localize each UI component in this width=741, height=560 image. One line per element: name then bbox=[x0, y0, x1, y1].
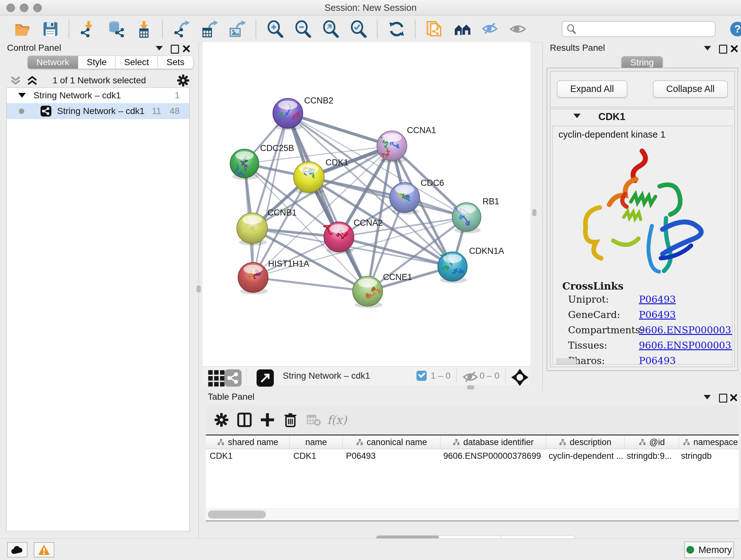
panel-menu-icon[interactable] bbox=[704, 393, 712, 401]
search-input[interactable] bbox=[580, 23, 715, 34]
horizontal-splitter-handle[interactable] bbox=[467, 385, 474, 389]
import-table-icon[interactable] bbox=[135, 20, 152, 38]
select-columns-icon[interactable] bbox=[237, 413, 252, 427]
birds-eye-view-icon[interactable] bbox=[257, 369, 269, 382]
tab-style[interactable]: Style bbox=[78, 56, 116, 69]
string-home-icon[interactable] bbox=[454, 20, 471, 38]
panel-float-icon[interactable] bbox=[719, 393, 727, 401]
collapse-all-button[interactable]: Collapse All bbox=[653, 80, 728, 98]
refresh-icon[interactable] bbox=[388, 20, 405, 38]
table-cell[interactable]: 9606.ENSP00000378699 bbox=[440, 449, 545, 463]
control-panel: Control Panel NetworkStyleSelectSets 1 o… bbox=[0, 42, 199, 538]
panel-float-icon[interactable] bbox=[171, 44, 179, 52]
crosslink-label: Compartments: bbox=[568, 324, 639, 335]
zoom-fit-icon[interactable] bbox=[322, 20, 340, 38]
node-RB1[interactable]: RB1 bbox=[452, 197, 499, 233]
panel-close-icon[interactable] bbox=[183, 44, 191, 52]
help-button[interactable]: ? bbox=[730, 22, 741, 37]
section-collapse-triangle-icon[interactable] bbox=[574, 114, 581, 118]
export-image-icon[interactable] bbox=[229, 20, 246, 38]
node-CCNE1[interactable]: CCNE1 bbox=[353, 272, 412, 308]
node-label-CCNA2: CCNA2 bbox=[354, 218, 383, 228]
gene-section-header[interactable]: CDK1 bbox=[550, 109, 734, 126]
table-settings-gear-icon[interactable] bbox=[214, 413, 229, 427]
delete-column-trash-icon[interactable] bbox=[283, 413, 298, 427]
table-cell[interactable]: CDK1 bbox=[206, 449, 289, 463]
network-canvas[interactable]: CCNB2CCNA1CDC25BCDK1CDC6RB1CCNB1CCNA2CDK… bbox=[203, 42, 530, 366]
panel-float-icon[interactable] bbox=[719, 44, 727, 52]
node-label-CCNE1: CCNE1 bbox=[383, 272, 412, 282]
fit-content-crosshair-icon[interactable] bbox=[511, 369, 525, 383]
import-network-icon[interactable] bbox=[80, 20, 97, 38]
table-cell[interactable]: stringdb:9... bbox=[623, 449, 677, 463]
results-panel: Results Panel String Expand All Collapse… bbox=[542, 42, 741, 391]
add-column-icon[interactable] bbox=[260, 413, 275, 427]
node-HIST1H1A[interactable]: HIST1H1A bbox=[238, 259, 309, 294]
show-all-eye-icon[interactable] bbox=[509, 20, 527, 38]
node-CDKN1A[interactable]: CDKN1A bbox=[438, 246, 504, 283]
panel-close-icon[interactable] bbox=[730, 393, 738, 401]
edge-HIST1H1A-CCNE1[interactable] bbox=[253, 277, 367, 291]
import-network-database-icon[interactable] bbox=[108, 20, 125, 38]
table-row[interactable]: CDK1CDK1P064939606.ENSP00000378699cyclin… bbox=[206, 449, 739, 463]
panel-menu-icon[interactable] bbox=[156, 44, 164, 52]
crosslink-row: Uniprot:P06493 bbox=[568, 294, 732, 305]
crosslink-link[interactable]: P06493 bbox=[639, 355, 676, 365]
expand-all-button[interactable]: Expand All bbox=[557, 80, 627, 98]
scrollbar-thumb[interactable] bbox=[208, 510, 266, 518]
tab-network[interactable]: Network bbox=[27, 56, 78, 69]
column-header-@id[interactable]: @id bbox=[624, 435, 679, 449]
crosslink-link[interactable]: 9606.ENSP00000378699 bbox=[639, 324, 732, 335]
cloud-status-button[interactable] bbox=[7, 542, 27, 557]
edge-CCNB2-CCNA1[interactable] bbox=[288, 113, 392, 146]
network-row-selected[interactable]: String Network – cdk1 11 48 bbox=[7, 103, 189, 119]
panel-menu-icon[interactable] bbox=[704, 44, 712, 52]
tab-string[interactable]: String bbox=[621, 56, 663, 69]
column-header-description[interactable]: description bbox=[546, 435, 624, 449]
tab-select[interactable]: Select bbox=[116, 56, 158, 69]
table-cell[interactable]: stringdb bbox=[677, 449, 739, 463]
grid-view-icon[interactable] bbox=[208, 370, 220, 382]
clone-network-icon[interactable] bbox=[426, 20, 443, 38]
crosslink-link[interactable]: P06493 bbox=[639, 294, 676, 305]
memory-button[interactable]: Memory bbox=[684, 542, 734, 558]
open-session-button[interactable] bbox=[14, 20, 31, 38]
node-CCNA1[interactable]: CCNA1 bbox=[377, 125, 436, 163]
zoom-out-icon[interactable] bbox=[294, 20, 312, 38]
vertical-splitter-handle[interactable] bbox=[197, 286, 201, 293]
table-cell[interactable]: CDK1 bbox=[289, 449, 342, 463]
warning-status-button[interactable] bbox=[34, 542, 54, 557]
panel-close-icon[interactable] bbox=[731, 44, 739, 52]
network-collection-row[interactable]: String Network – cdk1 1 bbox=[7, 88, 189, 103]
network-share-view-icon[interactable] bbox=[224, 369, 237, 382]
column-header-namespace[interactable]: namespace bbox=[679, 435, 741, 449]
table-cell[interactable]: P06493 bbox=[342, 449, 440, 463]
column-header-shared-name[interactable]: shared name bbox=[206, 435, 290, 449]
node-label-CCNA1: CCNA1 bbox=[407, 125, 436, 135]
table-cell[interactable]: cyclin-dependent ... bbox=[545, 449, 623, 463]
protein-structure-image bbox=[569, 141, 716, 275]
save-session-button[interactable] bbox=[42, 20, 59, 38]
network-options-gear-icon[interactable] bbox=[177, 74, 190, 87]
crosslink-label: GeneCard: bbox=[568, 309, 639, 320]
hide-selected-eye-icon[interactable] bbox=[482, 20, 499, 38]
zoom-selected-icon[interactable] bbox=[350, 20, 367, 38]
gene-description: cyclin-dependent kinase 1 bbox=[558, 129, 732, 140]
export-network-icon[interactable] bbox=[173, 20, 191, 38]
collapse-triangle-icon[interactable] bbox=[18, 93, 26, 98]
node-label-CCNB2: CCNB2 bbox=[304, 96, 333, 105]
tab-sets[interactable]: Sets bbox=[158, 56, 193, 69]
node-label-CDC25B: CDC25B bbox=[260, 143, 294, 153]
crosslink-row: Pharos:P06493 bbox=[568, 355, 732, 365]
crosslink-link[interactable]: P06493 bbox=[639, 309, 676, 320]
column-header-name[interactable]: name bbox=[290, 435, 343, 449]
edge-CCNB2-HIST1H1A[interactable] bbox=[253, 113, 288, 277]
zoom-in-icon[interactable] bbox=[267, 20, 284, 38]
network-edge-count: 48 bbox=[170, 106, 180, 116]
selected-checkbox-icon[interactable] bbox=[416, 371, 427, 381]
column-header-canonical-name[interactable]: canonical name bbox=[343, 435, 441, 449]
vertical-splitter-handle-right[interactable] bbox=[532, 209, 536, 216]
column-header-database-identifier[interactable]: database identifier bbox=[441, 435, 546, 449]
crosslink-link[interactable]: 9606.ENSP00000378699 bbox=[639, 340, 732, 351]
export-table-icon[interactable] bbox=[201, 20, 218, 38]
